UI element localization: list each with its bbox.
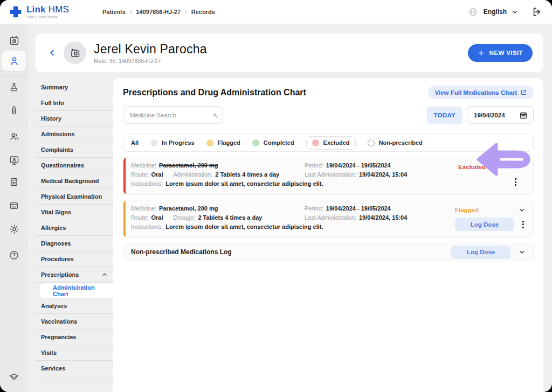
route-value: Oral [151,214,163,221]
medicine-search-box [123,106,223,124]
patient-meta: Male, 35, 14097856-HJ-27 [94,58,207,64]
card-menu-kebab-icon[interactable] [513,177,518,187]
card-menu-kebab-icon[interactable] [521,219,526,230]
staff-users-icon[interactable] [3,127,25,145]
status-badge-excluded: Excluded [458,164,486,170]
sidebar-item-visits[interactable]: Visits [36,345,113,361]
patient-avatar-upload[interactable] [64,41,86,64]
documents-icon[interactable] [3,173,25,191]
chevron-down-icon [511,8,519,16]
schedule-calendar-icon[interactable] [3,31,25,50]
sidebar-item-vaccinations[interactable]: Vaccinations [36,314,113,330]
instructions-value: Lorem ipsum dolor sit amet, consectetur … [165,180,323,187]
app-window: Link HMS Your Clinic Name Patients › 140… [0,0,552,392]
medicine-name: Paracetamol, 200 mg [159,162,218,169]
sidebar-item-physical-examination[interactable]: Physical Examination [36,189,113,205]
sidebar-item-questionnaires[interactable]: Questionnaires [36,158,113,173]
breadcrumb-patient-id[interactable]: 14097856-HJ-27 [136,9,181,15]
flagged-dot [206,139,213,146]
camera-plus-icon [70,47,81,59]
breadcrumb: Patients › 14097856-HJ-27 › Records [102,9,215,15]
sidebar-item-prescriptions[interactable]: Prescriptions [36,267,113,283]
date-picker[interactable]: 19/04/2024 [467,106,534,124]
patients-icon[interactable] [2,51,26,71]
sidebar-item-history[interactable]: History [36,111,113,127]
breadcrumb-patients[interactable]: Patients [102,9,126,15]
external-link-icon [520,89,527,96]
filter-completed[interactable]: Completed [252,139,294,146]
filter-excluded-selected[interactable]: Excluded [306,136,356,150]
sidebar-item-procedures[interactable]: Procedures [36,251,113,267]
plus-icon [478,50,485,57]
telehealth-monitor-icon[interactable] [3,151,25,169]
filter-flagged[interactable]: Flagged [206,139,240,146]
sidebar-item-medical-background[interactable]: Medical Background [36,173,113,189]
billing-register-icon[interactable] [3,197,25,215]
non-prescribed-dot [368,139,375,146]
laboratory-flask-icon[interactable] [3,78,25,96]
pharmacy-bottle-icon[interactable] [3,101,25,120]
dosage-value: 2 Tablets 4 times a day [198,214,262,221]
non-prescribed-medications-card: Non-prescribed Medications Log Log Dose [123,243,534,261]
sidebar-item-pregnancies[interactable]: Pregnancies [36,330,113,345]
top-bar: Link HMS Your Clinic Name Patients › 140… [0,0,552,24]
sidebar-item-vital-signs[interactable]: Vital Signs [36,205,113,220]
sidebar-item-administration-chart-active[interactable]: Administration Chart [40,283,115,298]
language-selector[interactable]: English [484,8,519,16]
brand-tagline: Your Clinic Name [26,15,69,19]
chevron-up-icon [101,271,108,278]
sidebar-item-allergies[interactable]: Allergies [36,220,113,236]
patient-header-card: Jerel Kevin Parocha Male, 35, 14097856-H… [36,33,543,72]
search-icon[interactable] [213,111,217,120]
excluded-dot [312,139,319,146]
filter-all[interactable]: All [131,139,139,146]
last-administration-value: 19/04/2024, 15:04 [359,171,407,178]
panel-title: Prescriptions and Drug Administration Ch… [123,88,306,97]
non-prescribed-title: Non-prescribed Medications Log [131,248,232,256]
clinic-cross-logo-icon [9,5,23,19]
chevron-left-icon [47,48,57,58]
expand-chevron-down-icon[interactable] [518,248,526,256]
app-logo[interactable]: Link HMS Your Clinic Name [0,5,102,19]
sidebar-item-diagnoses[interactable]: Diagnoses [36,236,113,251]
settings-gear-icon[interactable] [3,220,25,238]
brand-name-secondary: HMS [49,4,69,15]
view-full-medications-chart-link[interactable]: View Full Medications Chart [428,86,534,99]
status-stripe [123,157,126,194]
new-visit-label: NEW VISIT [489,50,523,56]
brand-name-primary: Link [26,4,46,15]
breadcrumb-separator: › [185,9,187,15]
period-value: 19/04/2024 - 19/05/2024 [326,162,391,169]
globe-icon [468,7,478,17]
status-badge-flagged: Flagged [455,207,479,213]
today-button[interactable]: TODAY [427,107,463,124]
date-value: 19/04/2024 [474,112,505,118]
medicine-name: Paracetamol, 200 mg [159,205,218,212]
breadcrumb-records[interactable]: Records [191,9,215,15]
breadcrumb-separator: › [130,9,132,15]
help-icon[interactable] [3,246,25,264]
module-rail [0,24,28,392]
medication-card-flagged: Medicine:Paracetamol, 200 mg Route:OralD… [123,200,534,238]
filter-in-progress[interactable]: In Progress [150,139,195,146]
medicine-search-input[interactable] [130,112,213,118]
sidebar-item-full-info[interactable]: Full Info [36,95,113,111]
log-dose-button[interactable]: Log Dose [455,218,514,231]
calendar-icon [519,111,528,120]
sidebar-item-admissions[interactable]: Admissions [36,127,113,142]
period-value: 19/04/2024 - 19/05/2024 [326,205,391,212]
sidebar-item-summary[interactable]: Summary [36,80,113,95]
medication-card-excluded: Medicine:Paracetamol, 200 mg Route:OralA… [123,157,534,195]
back-button[interactable] [45,46,59,60]
education-graduation-icon[interactable] [3,368,25,386]
sidebar-item-analyses[interactable]: Analyses [36,298,113,314]
in-progress-dot [150,139,157,146]
language-label: English [484,8,507,16]
sidebar-item-complaints[interactable]: Complaints [36,142,113,158]
new-visit-button[interactable]: NEW VISIT [468,44,533,62]
sidebar-item-services[interactable]: Services [36,361,113,376]
filter-non-prescribed[interactable]: Non-prescribed [368,139,423,146]
expand-chevron-down-icon[interactable] [518,206,526,214]
logout-icon[interactable] [532,6,542,17]
log-dose-button[interactable]: Log Dose [451,246,510,259]
